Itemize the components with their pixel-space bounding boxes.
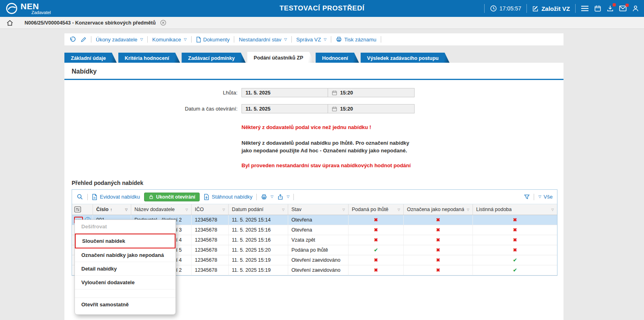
search-icon[interactable] [76,193,83,200]
tab-zakladni-udaje[interactable]: Základní údaje [64,53,117,64]
divider [91,36,91,43]
filter-dropdown-icon[interactable]: ▽ [396,208,400,211]
column-header-nepodana[interactable]: Označena jako nepodaná▽ [404,204,473,215]
column-header-po-lhute[interactable]: Podaná po lhůtě▽ [349,204,404,215]
oteviranie-time-input[interactable]: 15:20 [328,106,414,112]
menu-ukony-zadavatele[interactable]: Úkony zadavatele▽ [96,37,143,43]
filter-icon[interactable] [524,194,530,200]
column-header-nazev[interactable]: Název dodavatele▽ [131,204,192,215]
messages-icon[interactable] [619,5,627,12]
oteviranie-label: Datum a čas otevírání: [64,106,242,112]
clock-icon [490,5,497,12]
oteviranie-date-input[interactable]: 11. 5. 2025 [242,105,328,113]
export-button[interactable]: ▽ [277,194,289,200]
brand-role: Zadavatel [31,10,51,15]
filter-dropdown-icon[interactable]: ▽ [221,208,225,211]
cell-po-lhute: ✖ [349,265,404,275]
cell-ico: 12345678 [192,265,229,275]
breadcrumb: N006/25/V00004543 - Konzervace sbírkovýc… [0,17,644,29]
cell-nepodana: ✖ [404,235,473,245]
edit-square-icon [532,5,539,12]
column-header-ico[interactable]: IČO▽ [192,204,229,215]
lhuta-date-input[interactable]: 11. 5. 2025 [242,88,328,97]
cell-stav: Otevřena [288,225,349,235]
column-header-stav[interactable]: Stav▽ [288,204,349,215]
cell-listinna: ✔ [473,265,557,275]
undo-icon[interactable] [69,36,76,43]
warning-nonstandard-state: Byl proveden nestandardní stav úprava na… [242,162,416,170]
menu-item-oznaceni-nepodana[interactable]: Označení nabídky jako nepodaná [75,248,175,262]
cell-listinna: ✖ [473,215,557,225]
divider [575,4,576,13]
menu-dokumenty[interactable]: Dokumenty [196,37,230,43]
home-icon[interactable] [6,20,13,26]
column-header-cislo[interactable]: Číslo↑▽ [93,204,131,215]
menu-item-slouceni-nabidek[interactable]: Sloučení nabídek [75,234,175,248]
user-icon[interactable] [632,5,639,12]
cell-ico: 12345678 [192,255,229,265]
view-selector[interactable]: ▽ Vše [538,194,553,200]
calendar-icon [332,90,337,96]
divider [526,4,527,13]
print-grid-button[interactable]: ▽ [261,194,273,200]
notification-badge [613,3,616,6]
menu-sprava-vz[interactable]: Správa VZ▽ [296,37,326,43]
downloads-icon[interactable] [607,5,614,12]
menu-nestandardni-stav[interactable]: Nestandardní stav▽ [239,37,287,43]
notification-badge [625,4,629,7]
filter-dropdown-icon[interactable]: ▽ [550,208,554,211]
topbar-actions: 17:05:57 Založit VZ [484,0,639,17]
edit-icon[interactable] [80,37,87,43]
menu-icon[interactable] [581,5,589,12]
tab-podani-ucastniku[interactable]: Podání účastníků ZP [247,52,314,64]
application-window: NEN Zadavatel TESTOVACÍ PROSTŘEDÍ 17:05:… [0,0,644,320]
chevron-down-icon: ▽ [184,38,187,41]
menu-item-vylouceni-dodavatele[interactable]: Vyloučení dodavatele [75,276,175,289]
oteviranie-field[interactable]: 11. 5. 2025 15:20 [242,104,415,113]
cell-nepodana: ✖ [404,265,473,275]
tab-kriteria-hodnoceni[interactable]: Kritéria hodnocení [118,53,180,64]
lhuta-field[interactable]: 11. 5. 2025 15:20 [242,88,415,97]
chevron-down-icon: ▽ [539,195,541,199]
grid-header-row: Číslo↑▽ Název dodavatele▽ IČO▽ Datum pod… [72,204,557,215]
tab-vysledek[interactable]: Výsledek zadávacího postupu [361,53,450,64]
menu-item-detail-nabidky[interactable]: Detail nabídky [75,262,175,276]
cell-nepodana: ✖ [404,225,473,235]
printer-icon [336,36,342,43]
tab-zadavaci-podminky[interactable]: Zadávací podmínky [182,53,246,64]
lhuta-time-input[interactable]: 15:20 [328,90,414,96]
column-header-listinna[interactable]: Listinná podoba▽ [473,204,557,215]
filter-dropdown-icon[interactable]: ▽ [281,208,285,211]
cell-ico: 12345678 [192,225,229,235]
tab-bar: Základní údaje Kritéria hodnocení Zadáva… [64,52,451,64]
column-chooser-button[interactable] [72,204,93,215]
cell-po-lhute: ✖ [349,215,404,225]
close-record-icon[interactable] [160,19,167,26]
download-bids-icon [204,194,209,200]
grid-toolbar: Evidovat nabídku Ukončit otevírání Stáhn… [72,190,557,204]
filter-dropdown-icon[interactable]: ▽ [465,208,469,211]
register-bid-button[interactable]: Evidovat nabídku [92,194,140,200]
breadcrumb-record[interactable]: N006/25/V00004543 - Konzervace sbírkovýc… [25,20,156,26]
menu-item-otevrit-samostatne[interactable]: Otevřít samostatně [75,297,175,311]
cell-listinna: ✔ [473,255,557,265]
divider [293,194,294,200]
nen-logo-icon [6,2,18,14]
end-opening-button[interactable]: Ukončit otevírání [144,193,200,201]
grid-title: Přehled podaných nabídek [72,180,564,186]
filter-dropdown-icon[interactable]: ▽ [341,208,345,211]
brand: NEN Zadavatel [6,2,51,15]
tab-hodnoceni[interactable]: Hodnocení [316,53,359,64]
download-bids-button[interactable]: Stáhnout nabídky [204,194,252,200]
print-record-button[interactable]: Tisk záznamu [336,36,376,43]
divider [191,36,192,43]
cell-nepodana: ✖ [404,215,473,225]
filter-dropdown-icon[interactable]: ▽ [124,208,128,211]
create-vz-button[interactable]: Založit VZ [532,5,570,12]
column-header-datum[interactable]: Datum podání▽ [229,204,288,215]
menu-komunikace[interactable]: Komunikace▽ [152,37,186,43]
filter-dropdown-icon[interactable]: ▽ [184,208,188,211]
cell-stav: Vzata zpět [288,235,349,245]
calendar-icon[interactable] [594,5,601,12]
cell-datum: 11. 5. 2025 15:19 [229,265,288,275]
